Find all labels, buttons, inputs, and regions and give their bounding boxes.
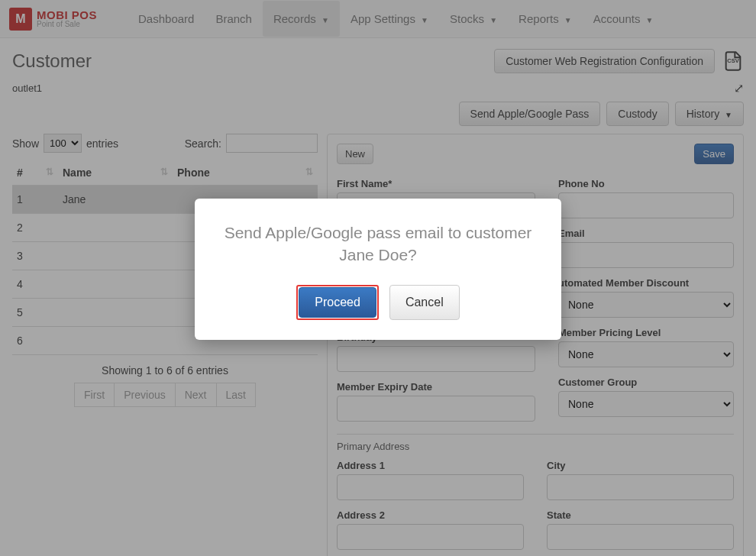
proceed-button[interactable]: Proceed [299,287,376,318]
cancel-button[interactable]: Cancel [389,285,460,320]
confirm-modal: Send Apple/Google pass email to customer… [195,199,561,340]
modal-message: Send Apple/Google pass email to customer… [215,221,541,267]
modal-overlay: Send Apple/Google pass email to customer… [0,0,756,556]
